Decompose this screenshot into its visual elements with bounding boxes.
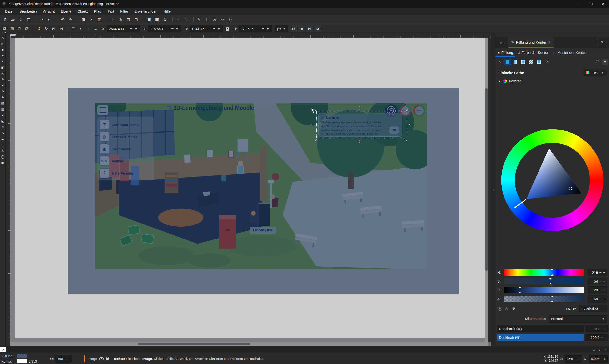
flat-color-button[interactable]	[504, 59, 511, 65]
palette-swatch[interactable]	[90, 347, 96, 352]
opacity-value-field[interactable]: 100,0−+	[585, 334, 608, 341]
palette-swatch[interactable]	[328, 347, 334, 352]
width-increment[interactable]: +	[216, 26, 221, 31]
palette-swatch[interactable]	[443, 347, 450, 352]
palette-swatch[interactable]	[26, 347, 32, 352]
palette-swatch[interactable]	[219, 347, 225, 352]
palette-swatch[interactable]	[39, 347, 45, 352]
palette-swatch[interactable]	[321, 347, 328, 352]
tab-muster-der-kontur[interactable]: ⇄Muster der Kontur	[551, 51, 588, 57]
rgba-field[interactable]: 172d4d99	[579, 305, 607, 312]
palette-swatch[interactable]	[129, 347, 135, 352]
l-slider[interactable]	[504, 287, 584, 293]
palette-swatch[interactable]	[411, 347, 418, 352]
palette-swatch[interactable]	[32, 347, 39, 352]
palette-swatch[interactable]	[341, 347, 347, 352]
palette-swatch[interactable]	[559, 347, 566, 352]
palette-swatch[interactable]	[508, 347, 514, 352]
menu-item[interactable]: Pfad	[91, 8, 104, 15]
palette-swatch[interactable]	[418, 347, 424, 352]
palette-swatch[interactable]	[476, 347, 482, 352]
menu-item[interactable]: Ansicht	[40, 8, 58, 15]
y-field[interactable]: 115,550−+	[148, 25, 181, 32]
color-picker-icon[interactable]	[512, 306, 517, 311]
x-field[interactable]: 2564,403−+	[107, 25, 140, 32]
palette-swatch[interactable]	[566, 347, 572, 352]
palette-swatch[interactable]	[251, 347, 257, 352]
cms-icon[interactable]: ◎	[505, 306, 508, 311]
palette-swatch[interactable]	[167, 347, 174, 352]
y-increment[interactable]: +	[175, 26, 180, 31]
tab-fuellung[interactable]: ■Füllung	[495, 51, 516, 57]
palette-swatch[interactable]	[257, 347, 264, 352]
unknown-paint-button[interactable]: ?	[544, 59, 550, 65]
palette-menu-button[interactable]: ≡	[603, 347, 608, 352]
selection-handle-se[interactable]: ↔	[404, 137, 409, 142]
dock-menu-button[interactable]: ∨	[597, 38, 607, 46]
palette-swatch[interactable]	[309, 347, 315, 352]
width-field[interactable]: 1041,750−+	[190, 25, 223, 32]
palette-swatch[interactable]	[521, 347, 527, 352]
horizontal-scrollbar[interactable]	[11, 342, 488, 346]
palette-swatch[interactable]	[283, 347, 289, 352]
palette-swatch[interactable]	[6, 347, 13, 352]
horizontal-scrollbar-thumb[interactable]	[138, 343, 250, 345]
palette-swatch[interactable]	[270, 347, 276, 352]
y-decrement[interactable]: −	[170, 26, 175, 31]
palette-swatch[interactable]	[142, 347, 148, 352]
blend-mode-select[interactable]: Normal▼	[548, 315, 607, 323]
palette-swatch[interactable]	[289, 347, 296, 352]
palette-swatch[interactable]	[96, 347, 103, 352]
palette-swatch[interactable]	[405, 347, 411, 352]
palette-swatch[interactable]	[431, 347, 437, 352]
export-dialog-tab[interactable]: ⇤	[495, 38, 508, 48]
tab-farbe-der-kontur[interactable]: □Farbe der Kontur	[516, 51, 551, 57]
menu-item[interactable]: Erweiterungen	[131, 8, 160, 15]
layer-visibility-icon[interactable]	[99, 357, 104, 360]
palette-swatch[interactable]	[161, 347, 167, 352]
radial-gradient-button[interactable]	[520, 59, 526, 65]
menu-item[interactable]: Text	[104, 8, 117, 15]
selection-handle-s[interactable]: ↕	[359, 138, 361, 143]
menu-item[interactable]: Hilfe	[160, 8, 174, 15]
palette-swatch[interactable]	[540, 347, 546, 352]
stroke-color-indicator[interactable]	[17, 360, 27, 363]
palette-swatch[interactable]	[116, 347, 122, 352]
palette-swatch[interactable]	[386, 347, 392, 352]
palette-swatch[interactable]	[302, 347, 309, 352]
palette-swatch[interactable]	[334, 347, 341, 352]
palette-swatch[interactable]	[64, 347, 71, 352]
palette-swatch[interactable]	[238, 347, 244, 352]
palette-swatch[interactable]	[225, 347, 232, 352]
vertical-ruler[interactable]: -750-500-2500250500750100012501500175020…	[6, 38, 11, 342]
palette-swatch[interactable]	[71, 347, 77, 352]
menu-item[interactable]: Datei	[2, 8, 16, 15]
palette-swatch[interactable]	[199, 347, 206, 352]
palette-swatch[interactable]	[450, 347, 456, 352]
palette-swatch[interactable]	[109, 347, 116, 352]
palette-swatch[interactable]	[148, 347, 154, 352]
a-slider[interactable]	[504, 296, 584, 302]
fill-rule-evenodd-button[interactable]: ♡	[594, 59, 600, 65]
x-decrement[interactable]: −	[129, 26, 134, 31]
current-layer-name[interactable]: Image	[88, 357, 97, 361]
object-opacity-field[interactable]: 100−+	[55, 355, 72, 363]
palette-swatch[interactable]	[366, 347, 373, 352]
palette-swatch[interactable]	[469, 347, 476, 352]
palette-swatch[interactable]	[180, 347, 186, 352]
dock-resize-handle[interactable]: ⋮	[491, 33, 495, 346]
palette-swatch[interactable]	[579, 347, 585, 352]
selection-handle-ne[interactable]: ↔	[404, 107, 409, 112]
h-slider[interactable]	[504, 269, 584, 276]
palette-swatch[interactable]	[154, 347, 161, 352]
palette-swatch[interactable]	[52, 347, 58, 352]
palette-swatch[interactable]	[347, 347, 353, 352]
palette-swatch[interactable]	[463, 347, 469, 352]
palette-swatch[interactable]	[527, 347, 533, 352]
palette-swatch[interactable]	[553, 347, 559, 352]
horizontal-ruler[interactable]: -750-500-2500250500750100012501500175020…	[11, 33, 491, 38]
palette-swatch[interactable]	[399, 347, 405, 352]
palette-swatch[interactable]	[232, 347, 238, 352]
vertical-scrollbar[interactable]	[485, 38, 488, 342]
fill-color-indicator[interactable]	[17, 354, 27, 358]
